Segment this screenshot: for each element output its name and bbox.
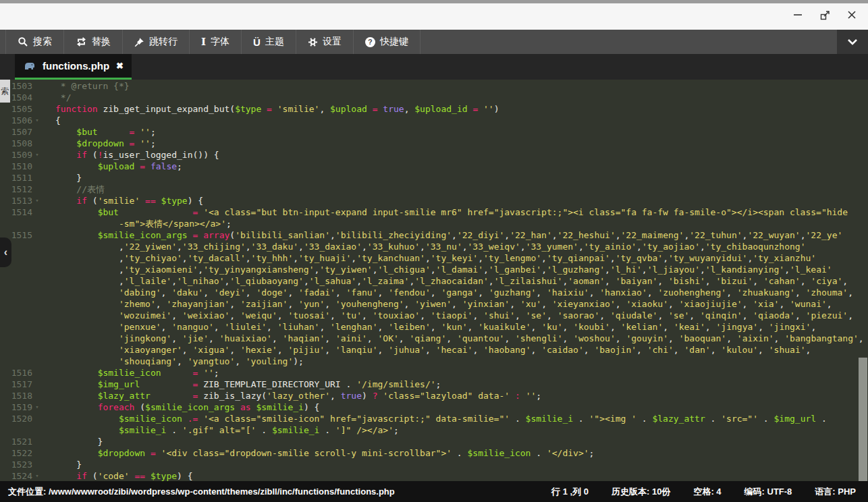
line-number[interactable] — [0, 333, 32, 344]
toolbar-overflow-button[interactable] — [837, 30, 868, 54]
settings-button[interactable]: 设置 — [296, 30, 354, 54]
code-token: */ — [55, 92, 71, 103]
line-number[interactable] — [0, 218, 32, 229]
code-text: $dropdown = ''; — [42, 138, 156, 149]
code-line: 1510 $upload = false; — [0, 161, 868, 172]
line-number[interactable]: 1522 — [0, 447, 32, 459]
fold-gutter — [32, 447, 42, 459]
code-token: -sm">表情</span></a>' — [119, 219, 226, 229]
replace-button[interactable]: 替换 — [64, 30, 123, 54]
code-token: , — [330, 230, 335, 240]
code-token: , — [700, 242, 705, 252]
line-number[interactable]: 1523 — [0, 459, 32, 470]
encoding[interactable]: 编码: UTF-8 — [744, 486, 792, 498]
line-number[interactable] — [0, 424, 32, 436]
fold-gutter — [32, 184, 42, 195]
code-token: '33_nu' — [425, 242, 462, 252]
code-token: '33_daxiao' — [304, 242, 362, 252]
code-token: , — [431, 264, 436, 275]
line-number[interactable] — [0, 275, 32, 287]
code-token: '22_wuyan' — [747, 230, 800, 240]
line-number[interactable]: 1516 — [0, 367, 32, 379]
maximize-button[interactable] — [819, 9, 830, 20]
code-token: 'xiaojiujie' — [679, 299, 742, 309]
line-number[interactable]: 1507 — [0, 126, 32, 138]
goto-line-icon — [134, 37, 144, 47]
line-number[interactable] — [0, 310, 32, 321]
code-token: , — [642, 264, 647, 275]
code-token: 'ty_xianzhu' — [753, 253, 816, 263]
code-text: $smilie_icon_args = array('bilibili_sanl… — [42, 229, 842, 241]
code-token: , — [859, 333, 864, 343]
font-button[interactable]: I 字体 — [190, 30, 242, 54]
code-token: 'ty_kanchuan' — [356, 253, 425, 263]
line-number[interactable]: 1514 — [0, 206, 32, 218]
code-token: 'zhouma' — [806, 287, 848, 298]
line-number[interactable]: 1521 — [0, 436, 32, 447]
code-token: $type — [235, 104, 261, 114]
history-versions[interactable]: 历史版本: 10份 — [612, 486, 670, 498]
collapsed-panel-tab[interactable]: 索 — [0, 80, 10, 103]
line-number[interactable]: 1517 — [0, 379, 32, 390]
minimize-button[interactable] — [792, 9, 803, 20]
code-token: , — [404, 299, 415, 309]
vertical-scrollbar[interactable] — [859, 358, 867, 481]
line-number[interactable]: 1524 — [0, 470, 32, 481]
code-token: 'fanu' — [346, 287, 378, 298]
code-token: ZIB_TEMPLATE_DIRECTORY_URI . — [198, 379, 356, 389]
tab-functions-php[interactable]: functions.php ✖ — [15, 54, 132, 80]
code-line: 1524▾ if ('code' == $type) { — [0, 470, 868, 481]
search-button[interactable]: 搜索 — [5, 30, 64, 54]
line-number[interactable]: 1518 — [0, 390, 32, 401]
shortcuts-button[interactable]: ? 快捷键 — [354, 30, 421, 54]
line-number[interactable]: 1506 — [0, 115, 32, 126]
line-number[interactable]: 1509 — [0, 149, 32, 161]
line-number[interactable] — [0, 287, 32, 298]
line-number[interactable]: 1510 — [0, 161, 32, 172]
line-number[interactable] — [0, 298, 32, 310]
code-token: , — [578, 242, 584, 252]
code-token: '33_daku' — [251, 242, 298, 252]
tab-close-icon[interactable]: ✖ — [116, 61, 124, 71]
code-token: as — [235, 402, 256, 412]
line-number[interactable]: 1512 — [0, 184, 32, 195]
fold-icon[interactable]: ▾ — [32, 401, 42, 413]
line-number[interactable]: 1511 — [0, 172, 32, 184]
close-window-button[interactable] — [846, 9, 857, 20]
code-line: 1512 //表情 — [0, 184, 868, 195]
code-token: , — [674, 345, 684, 355]
line-number[interactable]: 1513 — [0, 195, 32, 206]
fold-gutter — [32, 379, 42, 390]
indent-spaces[interactable]: 空格: 4 — [693, 486, 721, 498]
code-token: 'l_kandianying' — [705, 264, 784, 275]
code-token: 'aini' — [335, 333, 367, 343]
language-mode[interactable]: 语言: PHP — [815, 486, 856, 498]
code-token: , — [203, 287, 214, 298]
code-token: 'bangbangtang' — [784, 333, 859, 343]
line-number[interactable]: 1505 — [0, 103, 32, 115]
fold-gutter — [32, 287, 42, 298]
line-number[interactable]: 1519 — [0, 401, 32, 413]
line-number[interactable]: 1520 — [0, 413, 32, 424]
line-number[interactable] — [0, 344, 32, 356]
code-line: ,'l_laile','l_nihao','l_qiubaoyang','l_s… — [0, 275, 868, 287]
fold-icon[interactable]: ▾ — [32, 149, 42, 161]
cursor-position[interactable]: 行 1 ,列 0 — [551, 486, 589, 498]
code-token: 'shui' — [483, 310, 515, 320]
line-number[interactable] — [0, 321, 32, 333]
fold-gutter — [32, 321, 42, 333]
fold-icon[interactable]: ▾ — [32, 195, 42, 206]
code-editor[interactable]: 1503 * @return {*}1504 */1505function zi… — [0, 80, 868, 481]
code-token: , — [605, 276, 616, 286]
theme-button[interactable]: Ü 主题 — [242, 30, 296, 54]
fold-icon[interactable]: ▾ — [32, 470, 42, 481]
panel-collapse-handle[interactable]: ‹ — [0, 238, 11, 267]
fold-icon[interactable]: ▾ — [32, 115, 42, 126]
goto-line-button[interactable]: 跳转行 — [123, 30, 190, 54]
code-text: ,'ty_chiyao','ty_dacall','ty_hhh','ty_hu… — [42, 252, 816, 264]
code-token: = — [468, 104, 483, 114]
code-token: 'zhuakuang' — [737, 287, 795, 298]
line-number[interactable]: 1508 — [0, 138, 32, 149]
code-token: , — [425, 345, 436, 355]
line-number[interactable] — [0, 356, 32, 367]
